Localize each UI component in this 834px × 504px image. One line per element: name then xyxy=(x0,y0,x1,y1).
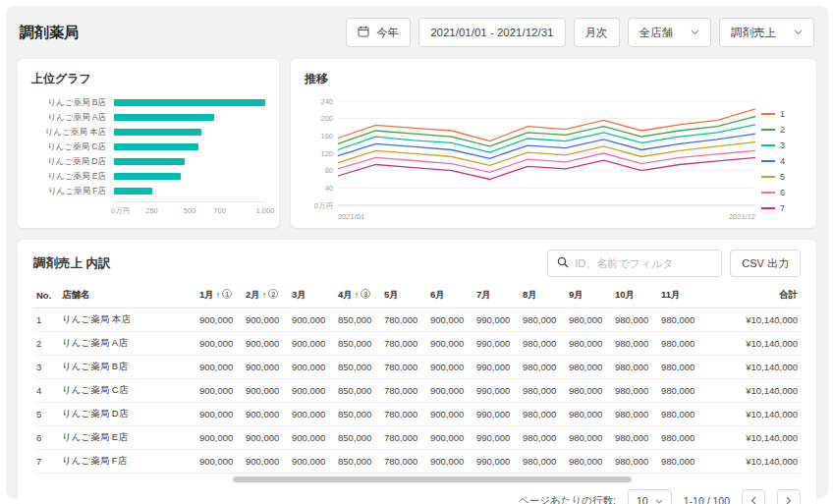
column-header[interactable]: 6月 xyxy=(427,283,473,308)
total-cell: ¥10,140,000 xyxy=(704,403,801,426)
month-value-cell: 990,000 xyxy=(473,426,520,450)
bar-row: りんご薬局 A店 xyxy=(31,110,265,125)
csv-export-button[interactable]: CSV 出力 xyxy=(730,250,801,277)
month-value-cell: 980,000 xyxy=(566,356,612,379)
column-header[interactable]: 8月 xyxy=(520,283,566,308)
legend-item: 3 xyxy=(761,140,799,150)
month-value-cell: 900,000 xyxy=(289,426,335,450)
total-cell: ¥10,140,000 xyxy=(704,308,801,332)
filter-search-input[interactable] xyxy=(575,257,712,269)
row-number-cell: 6 xyxy=(33,426,59,450)
metric-select[interactable]: 調剤売上 xyxy=(719,18,814,47)
month-value-cell: 900,000 xyxy=(427,332,473,356)
month-value-cell: 980,000 xyxy=(612,450,658,474)
month-value-cell: 900,000 xyxy=(243,356,289,379)
axis-tick-label: 700 xyxy=(214,206,227,215)
rows-per-page-value: 10 xyxy=(637,495,648,504)
svg-text:2021/01: 2021/01 xyxy=(338,212,364,221)
column-header[interactable]: 7月 xyxy=(473,283,520,308)
bar-segment xyxy=(114,129,201,136)
month-value-cell: 850,000 xyxy=(335,450,381,474)
granularity-monthly-button[interactable]: 月次 xyxy=(574,18,620,47)
month-value-cell: 900,000 xyxy=(289,450,335,474)
previous-page-button[interactable] xyxy=(742,489,765,504)
horizontal-scrollbar-thumb[interactable] xyxy=(233,476,632,482)
month-value-cell: 780,000 xyxy=(381,356,427,379)
line-legend: 1234567 xyxy=(761,95,799,213)
bar-track xyxy=(114,114,265,121)
column-header[interactable]: 9月 xyxy=(566,283,612,308)
bar-label: りんご薬局 C店 xyxy=(31,141,114,153)
month-value-cell: 980,000 xyxy=(520,403,566,426)
bar-segment xyxy=(114,188,152,195)
month-value-cell: 900,000 xyxy=(196,403,243,426)
table-row[interactable]: 2りんご薬局 A店900,000900,000900,000850,000780… xyxy=(33,332,801,356)
axis-tick-label: 250 xyxy=(145,206,158,215)
column-header: No. xyxy=(33,283,59,308)
month-value-cell: 980,000 xyxy=(520,450,566,474)
month-value-cell: 900,000 xyxy=(427,356,473,379)
month-value-cell: 850,000 xyxy=(335,308,381,332)
month-value-cell: 980,000 xyxy=(520,356,566,379)
total-cell: ¥10,140,000 xyxy=(704,379,801,403)
total-cell: ¥10,140,000 xyxy=(704,332,801,356)
table-row[interactable]: 3りんご薬局 B店900,000900,000900,000850,000780… xyxy=(33,356,801,379)
legend-label: 4 xyxy=(780,156,785,166)
month-value-cell: 980,000 xyxy=(658,379,704,403)
month-value-cell: 900,000 xyxy=(196,308,243,332)
row-number-cell: 3 xyxy=(33,356,59,379)
svg-text:160: 160 xyxy=(320,132,333,140)
column-header[interactable]: 11月 xyxy=(658,283,704,308)
row-number-cell: 1 xyxy=(33,308,59,332)
month-value-cell: 900,000 xyxy=(289,356,335,379)
month-value-cell: 780,000 xyxy=(381,403,427,426)
month-value-cell: 980,000 xyxy=(658,426,704,450)
legend-label: 6 xyxy=(780,188,785,197)
line-chart-title: 推移 xyxy=(305,71,803,87)
month-value-cell: 980,000 xyxy=(566,332,612,356)
legend-item: 1 xyxy=(761,109,799,119)
metric-select-value: 調剤売上 xyxy=(731,26,776,40)
legend-swatch xyxy=(761,192,775,194)
rows-per-page-select[interactable]: 10 xyxy=(628,489,672,504)
breakdown-table: No.店舗名1月↑12月↑23月4月↑35月6月7月8月9月10月11月合計 1… xyxy=(33,283,801,474)
store-name-cell: りんご薬局 F店 xyxy=(59,450,196,474)
svg-text:240: 240 xyxy=(320,97,333,106)
period-this-year-button[interactable]: 今年 xyxy=(346,18,411,47)
store-select[interactable]: 全店舗 xyxy=(628,18,712,47)
chevron-down-icon xyxy=(691,29,699,35)
table-header-bar: 調剤売上 内訳 CSV 出力 xyxy=(33,250,801,277)
legend-label: 2 xyxy=(780,125,785,135)
column-header[interactable]: 合計 xyxy=(704,283,801,308)
table-row[interactable]: 7りんご薬局 F店900,000900,000900,000850,000780… xyxy=(33,450,801,474)
table-row[interactable]: 1りんご薬局 本店900,000900,000900,000850,000780… xyxy=(33,308,801,332)
month-value-cell: 850,000 xyxy=(335,356,381,379)
table-row[interactable]: 6りんご薬局 E店900,000900,000900,000850,000780… xyxy=(33,426,801,450)
horizontal-scrollbar xyxy=(33,476,801,483)
month-value-cell: 900,000 xyxy=(243,332,289,356)
column-header[interactable]: 4月↑3 xyxy=(335,283,381,308)
bar-row: りんご薬局 C店 xyxy=(31,140,265,154)
table-row[interactable]: 4りんご薬局 C店900,000900,000900,000850,000780… xyxy=(33,379,801,403)
column-header[interactable]: 10月 xyxy=(612,283,658,308)
table-row[interactable]: 5りんご薬局 D店900,000900,000900,000850,000780… xyxy=(33,403,801,426)
column-header[interactable]: 3月 xyxy=(289,283,335,308)
filter-search-box[interactable] xyxy=(547,250,722,277)
column-header[interactable]: 5月 xyxy=(381,283,427,308)
month-value-cell: 990,000 xyxy=(473,356,520,379)
axis-tick-label: 1,000 xyxy=(256,206,275,215)
bar-track xyxy=(114,188,265,195)
month-value-cell: 780,000 xyxy=(381,450,427,474)
month-value-cell: 900,000 xyxy=(196,426,243,450)
column-header[interactable]: 2月↑2 xyxy=(243,283,289,308)
legend-item: 7 xyxy=(761,203,799,213)
legend-swatch xyxy=(761,160,775,162)
next-page-button[interactable] xyxy=(777,489,801,504)
legend-swatch xyxy=(761,129,775,131)
date-range-picker[interactable]: 2021/01/01 - 2021/12/31 xyxy=(418,18,565,47)
month-value-cell: 980,000 xyxy=(658,356,704,379)
month-value-cell: 900,000 xyxy=(243,379,289,403)
table-title: 調剤売上 内訳 xyxy=(33,255,110,272)
column-header[interactable]: 1月↑1 xyxy=(196,283,243,308)
month-value-cell: 980,000 xyxy=(520,332,566,356)
